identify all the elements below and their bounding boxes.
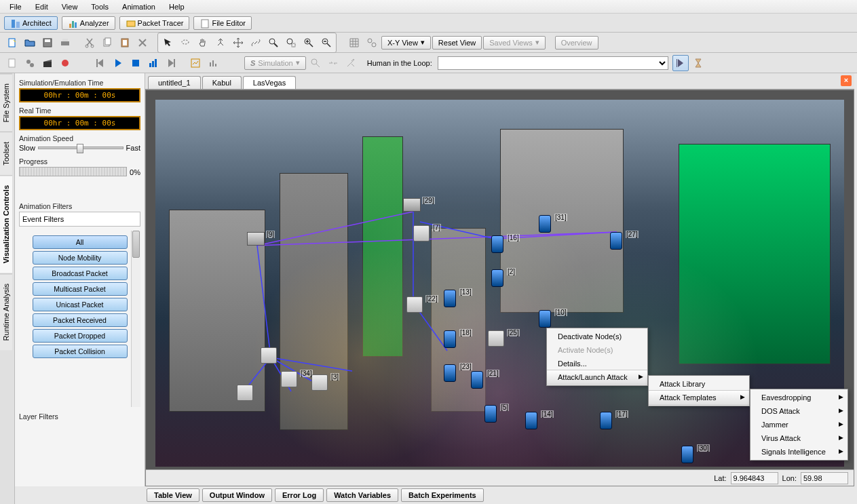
btab-output-window[interactable]: Output Window xyxy=(202,488,272,502)
ctx-attack-templates[interactable]: Attack Templates xyxy=(649,390,749,405)
clapper-button[interactable] xyxy=(39,55,56,71)
zoom-in-tool[interactable] xyxy=(301,35,317,51)
filter-all[interactable]: All xyxy=(33,235,128,249)
human-loop-select[interactable] xyxy=(438,56,668,70)
btab-error-log[interactable]: Error Log xyxy=(275,488,324,502)
sim-zoom-button[interactable] xyxy=(307,55,324,71)
btab-watch-variables[interactable]: Watch Variables xyxy=(326,488,398,502)
filter-scrollbar[interactable] xyxy=(131,231,140,407)
node-s1[interactable] xyxy=(237,385,256,404)
rotate-tool[interactable] xyxy=(212,35,229,51)
close-tab-button[interactable]: × xyxy=(841,75,852,86)
saved-views-button[interactable]: Saved Views▾ xyxy=(483,36,545,50)
delete-button[interactable] xyxy=(134,35,151,51)
copy-button[interactable] xyxy=(99,35,115,51)
reset-view-button[interactable]: Reset View xyxy=(432,36,482,50)
menu-animation[interactable]: Animation xyxy=(115,1,162,12)
wizard-button[interactable] xyxy=(4,55,20,71)
play-button[interactable] xyxy=(110,55,126,71)
node-3[interactable]: [3] xyxy=(311,374,330,393)
mode-file-editor[interactable]: File Editor xyxy=(193,16,252,30)
filter-node-mobility[interactable]: Node Mobility xyxy=(33,251,128,265)
ctx-virus-attack[interactable]: Virus Attack xyxy=(750,431,848,445)
ctx-deactivate[interactable]: Deactivate Node(s) xyxy=(547,330,647,343)
lon-field[interactable] xyxy=(801,472,848,484)
node-10[interactable]: [10] xyxy=(535,310,554,329)
ctx-dos-attack[interactable]: DOS Attack xyxy=(750,404,848,418)
new-button[interactable] xyxy=(4,35,20,51)
sim-tools-button[interactable] xyxy=(343,55,359,71)
ctx-attack[interactable]: Attack/Launch Attack xyxy=(547,370,647,385)
ctx-eavesdropping[interactable]: Eavesdropping xyxy=(750,391,848,404)
filter-unicast-packet[interactable]: Unicast Packet xyxy=(33,298,128,311)
paste-button[interactable] xyxy=(117,35,133,51)
scrollbar-thumb[interactable] xyxy=(132,231,140,258)
gears-button[interactable] xyxy=(22,55,38,71)
node-30[interactable]: [30] xyxy=(678,446,697,465)
node-14[interactable]: [14] xyxy=(522,412,541,431)
menu-edit[interactable]: Edit xyxy=(28,1,55,12)
print-button[interactable] xyxy=(57,35,73,51)
mode-analyzer[interactable]: Analyzer xyxy=(62,16,115,30)
vtab-file-system[interactable]: File System xyxy=(0,73,12,132)
sim-sync-button[interactable] xyxy=(325,55,341,71)
stop-button[interactable] xyxy=(128,55,144,71)
node-27[interactable]: [27] xyxy=(607,232,626,251)
node-34[interactable]: [34] xyxy=(281,371,300,390)
move-tool[interactable] xyxy=(230,35,246,51)
anim-speed-slider[interactable]: Slow Fast xyxy=(19,144,140,152)
ctx-jammer[interactable]: Jammer xyxy=(750,418,848,431)
simulation-select[interactable]: S Simulation ▾ xyxy=(244,56,306,70)
chart-edit-button[interactable] xyxy=(187,55,204,71)
btab-table-view[interactable]: Table View xyxy=(147,488,199,502)
menu-tools[interactable]: Tools xyxy=(84,1,115,12)
hourglass-button[interactable] xyxy=(690,55,706,71)
lat-field[interactable] xyxy=(731,472,778,484)
tab-lasvegas[interactable]: LasVegas xyxy=(243,76,296,89)
open-button[interactable] xyxy=(22,35,38,51)
filter-multicast-packet[interactable]: Multicast Packet xyxy=(33,282,128,296)
btab-batch-experiments[interactable]: Batch Experiments xyxy=(401,488,484,502)
vtab-visualization-controls[interactable]: Visualization Controls xyxy=(0,175,12,273)
snap-button[interactable] xyxy=(364,35,380,51)
node-hub[interactable] xyxy=(261,347,280,366)
step-back-button[interactable] xyxy=(92,55,109,71)
node-17[interactable]: [17] xyxy=(596,412,615,431)
ctx-signals-intelligence[interactable]: Signals Intelligence xyxy=(750,445,848,459)
menu-view[interactable]: View xyxy=(55,1,85,12)
node-21[interactable]: [21] xyxy=(468,371,487,390)
cut-button[interactable] xyxy=(81,35,98,51)
scenario-canvas[interactable]: [9] [29] [7] [31] [16] [27] [22] [13] [2… xyxy=(145,90,854,486)
zoom-out-tool[interactable] xyxy=(318,35,335,51)
ctx-details[interactable]: Details... xyxy=(547,357,647,370)
menu-help[interactable]: Help xyxy=(162,1,191,12)
filter-packet-received[interactable]: Packet Received xyxy=(33,313,128,327)
grid-button[interactable] xyxy=(346,35,362,51)
node-13[interactable]: [13] xyxy=(440,290,459,309)
vtab-runtime-analysis[interactable]: Runtime Analysis xyxy=(0,273,12,350)
vtab-toolset[interactable]: Toolset xyxy=(0,132,12,175)
slider-thumb[interactable] xyxy=(77,144,83,153)
filter-broadcast-packet[interactable]: Broadcast Packet xyxy=(33,267,128,280)
node-22[interactable]: [22] xyxy=(406,296,425,315)
chart-button[interactable] xyxy=(205,55,221,71)
filter-packet-dropped[interactable]: Packet Dropped xyxy=(33,329,128,343)
node-29[interactable]: [29] xyxy=(403,198,422,217)
node-5[interactable]: [5] xyxy=(481,405,500,424)
node-23[interactable]: [23] xyxy=(440,364,459,383)
node-18[interactable]: [18] xyxy=(440,330,459,349)
lasso-tool[interactable] xyxy=(177,35,193,51)
record-button[interactable] xyxy=(57,55,73,71)
node-31[interactable]: [31] xyxy=(535,215,554,234)
node-16[interactable]: [16] xyxy=(488,235,507,254)
zoom-tool[interactable] xyxy=(265,35,282,51)
zoom-region-tool[interactable] xyxy=(283,35,299,51)
mode-packet-tracer[interactable]: Packet Tracer xyxy=(119,16,190,30)
tab-untitled[interactable]: untitled_1 xyxy=(148,76,201,89)
menu-file[interactable]: File xyxy=(3,1,28,12)
view-select[interactable]: X-Y View▾ xyxy=(381,36,431,50)
node-7[interactable]: [7] xyxy=(413,225,432,244)
ctx-attack-library[interactable]: Attack Library xyxy=(649,377,749,391)
filter-packet-collision[interactable]: Packet Collision xyxy=(33,345,128,358)
save-button[interactable] xyxy=(39,35,56,51)
